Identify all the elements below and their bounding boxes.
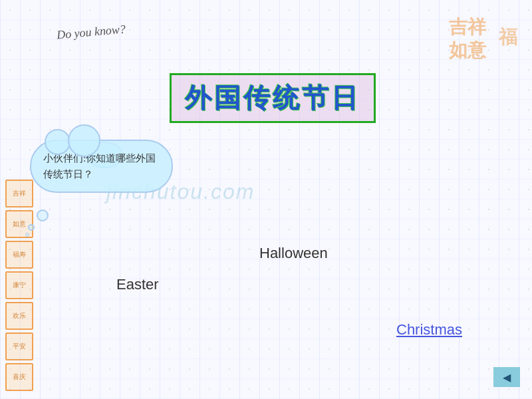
bubble-tail-2: [28, 224, 35, 231]
bubble-tail-1: [37, 209, 49, 221]
bubble-text: 小伙伴们:你知道哪些外国传统节日？: [30, 140, 173, 193]
main-title-box: 外国传统节日: [170, 73, 376, 123]
stamp-7: 喜庆: [5, 363, 33, 391]
christmas-link[interactable]: Christmas: [396, 321, 462, 338]
do-you-know-text: Do you know?: [56, 23, 126, 43]
svg-text:福: 福: [498, 27, 517, 47]
svg-text:如意: 如意: [448, 40, 487, 61]
stamp-5: 欢乐: [5, 302, 33, 330]
speech-bubble: 小伙伴们:你知道哪些外国传统节日？: [30, 140, 173, 193]
left-stamps-container: 吉祥 如意 福寿 康宁 欢乐 平安 喜庆: [5, 180, 33, 391]
easter-label: Easter: [116, 276, 159, 293]
stamp-6: 平安: [5, 332, 33, 360]
nav-prev-button[interactable]: [493, 367, 520, 387]
top-right-logo: 吉祥 如意 福: [446, 7, 525, 73]
svg-text:吉祥: 吉祥: [449, 17, 487, 37]
halloween-label: Halloween: [259, 245, 328, 262]
bubble-tail-dot: [25, 233, 29, 237]
stamp-4: 康宁: [5, 271, 33, 299]
stamp-3: 福寿: [5, 241, 33, 269]
main-title: 外国传统节日: [185, 80, 360, 116]
stamp-1: 吉祥: [5, 180, 33, 207]
